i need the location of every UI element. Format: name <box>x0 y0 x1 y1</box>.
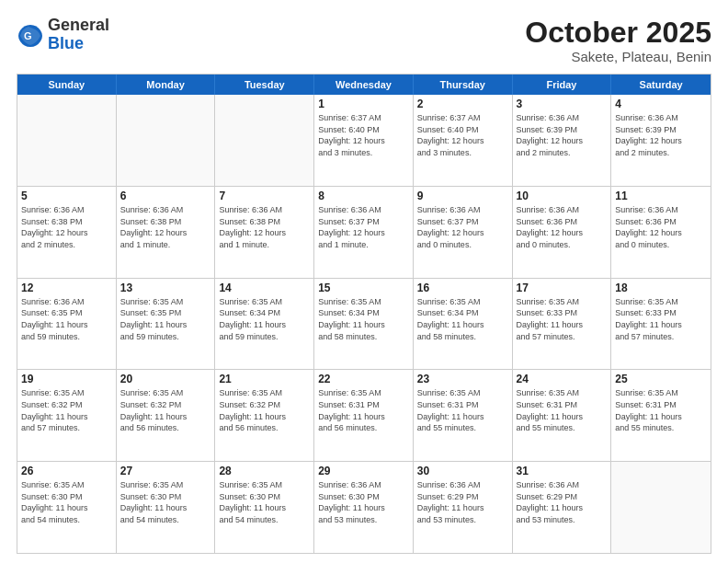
day-info: Sunrise: 6:36 AMSunset: 6:37 PMDaylight:… <box>318 204 409 250</box>
day-info: Sunrise: 6:36 AMSunset: 6:39 PMDaylight:… <box>615 112 707 158</box>
day-number: 1 <box>318 98 409 110</box>
day-number: 30 <box>417 465 508 477</box>
calendar-row-1: 1Sunrise: 6:37 AMSunset: 6:40 PMDaylight… <box>17 95 711 186</box>
day-info: Sunrise: 6:35 AMSunset: 6:35 PMDaylight:… <box>120 296 211 342</box>
day-number: 26 <box>21 465 112 477</box>
logo-general: General <box>48 16 109 34</box>
weekday-header-tuesday: Tuesday <box>215 75 314 95</box>
day-info: Sunrise: 6:37 AMSunset: 6:40 PMDaylight:… <box>318 112 409 158</box>
day-number: 6 <box>120 190 211 202</box>
day-info: Sunrise: 6:35 AMSunset: 6:34 PMDaylight:… <box>417 296 508 342</box>
day-number: 20 <box>120 373 211 385</box>
day-info: Sunrise: 6:35 AMSunset: 6:32 PMDaylight:… <box>120 387 211 433</box>
day-cell-25: 25Sunrise: 6:35 AMSunset: 6:31 PMDayligh… <box>611 370 711 461</box>
day-cell-27: 27Sunrise: 6:35 AMSunset: 6:30 PMDayligh… <box>117 462 216 553</box>
day-number: 31 <box>517 465 608 477</box>
day-number: 21 <box>219 373 310 385</box>
day-cell-9: 9Sunrise: 6:36 AMSunset: 6:37 PMDaylight… <box>414 187 513 278</box>
day-number: 7 <box>219 190 310 202</box>
day-cell-8: 8Sunrise: 6:36 AMSunset: 6:37 PMDaylight… <box>314 187 414 278</box>
day-cell-23: 23Sunrise: 6:35 AMSunset: 6:31 PMDayligh… <box>414 370 513 461</box>
day-info: Sunrise: 6:35 AMSunset: 6:30 PMDaylight:… <box>120 479 211 525</box>
day-cell-24: 24Sunrise: 6:35 AMSunset: 6:31 PMDayligh… <box>513 370 612 461</box>
day-info: Sunrise: 6:36 AMSunset: 6:38 PMDaylight:… <box>120 204 211 250</box>
day-cell-6: 6Sunrise: 6:36 AMSunset: 6:38 PMDaylight… <box>117 187 216 278</box>
logo-blue: Blue <box>48 34 84 52</box>
day-info: Sunrise: 6:35 AMSunset: 6:30 PMDaylight:… <box>21 479 112 525</box>
day-cell-26: 26Sunrise: 6:35 AMSunset: 6:30 PMDayligh… <box>17 462 117 553</box>
day-cell-4: 4Sunrise: 6:36 AMSunset: 6:39 PMDaylight… <box>611 95 711 186</box>
day-info: Sunrise: 6:37 AMSunset: 6:40 PMDaylight:… <box>417 112 508 158</box>
day-cell-22: 22Sunrise: 6:35 AMSunset: 6:31 PMDayligh… <box>314 370 414 461</box>
weekday-header-monday: Monday <box>117 75 216 95</box>
calendar-row-4: 19Sunrise: 6:35 AMSunset: 6:32 PMDayligh… <box>17 369 711 461</box>
day-info: Sunrise: 6:35 AMSunset: 6:33 PMDaylight:… <box>615 296 707 342</box>
day-cell-21: 21Sunrise: 6:35 AMSunset: 6:32 PMDayligh… <box>215 370 314 461</box>
day-number: 29 <box>318 465 409 477</box>
day-cell-30: 30Sunrise: 6:36 AMSunset: 6:29 PMDayligh… <box>414 462 513 553</box>
weekday-header-thursday: Thursday <box>414 75 513 95</box>
day-cell-2: 2Sunrise: 6:37 AMSunset: 6:40 PMDaylight… <box>414 95 513 186</box>
day-info: Sunrise: 6:36 AMSunset: 6:29 PMDaylight:… <box>517 479 608 525</box>
logo: G General Blue <box>17 17 109 53</box>
day-info: Sunrise: 6:35 AMSunset: 6:30 PMDaylight:… <box>219 479 310 525</box>
empty-cell <box>611 462 711 553</box>
day-cell-1: 1Sunrise: 6:37 AMSunset: 6:40 PMDaylight… <box>314 95 414 186</box>
empty-cell <box>215 95 314 186</box>
day-number: 13 <box>120 282 211 294</box>
weekday-header-wednesday: Wednesday <box>314 75 414 95</box>
calendar: SundayMondayTuesdayWednesdayThursdayFrid… <box>17 74 711 554</box>
day-info: Sunrise: 6:35 AMSunset: 6:32 PMDaylight:… <box>21 387 112 433</box>
day-number: 11 <box>615 190 707 202</box>
day-cell-20: 20Sunrise: 6:35 AMSunset: 6:32 PMDayligh… <box>117 370 216 461</box>
day-cell-5: 5Sunrise: 6:36 AMSunset: 6:38 PMDaylight… <box>17 187 117 278</box>
day-info: Sunrise: 6:36 AMSunset: 6:38 PMDaylight:… <box>21 204 112 250</box>
day-cell-29: 29Sunrise: 6:36 AMSunset: 6:30 PMDayligh… <box>314 462 414 553</box>
day-cell-3: 3Sunrise: 6:36 AMSunset: 6:39 PMDaylight… <box>513 95 612 186</box>
day-info: Sunrise: 6:36 AMSunset: 6:39 PMDaylight:… <box>517 112 608 158</box>
day-number: 28 <box>219 465 310 477</box>
empty-cell <box>17 95 117 186</box>
day-info: Sunrise: 6:36 AMSunset: 6:38 PMDaylight:… <box>219 204 310 250</box>
day-info: Sunrise: 6:35 AMSunset: 6:31 PMDaylight:… <box>517 387 608 433</box>
day-cell-28: 28Sunrise: 6:35 AMSunset: 6:30 PMDayligh… <box>215 462 314 553</box>
day-number: 8 <box>318 190 409 202</box>
day-number: 2 <box>417 98 508 110</box>
day-number: 9 <box>417 190 508 202</box>
day-cell-11: 11Sunrise: 6:36 AMSunset: 6:36 PMDayligh… <box>611 187 711 278</box>
title-block: October 2025 Sakete, Plateau, Benin <box>525 17 711 64</box>
day-number: 24 <box>517 373 608 385</box>
day-cell-16: 16Sunrise: 6:35 AMSunset: 6:34 PMDayligh… <box>414 279 513 370</box>
day-number: 15 <box>318 282 409 294</box>
day-info: Sunrise: 6:36 AMSunset: 6:30 PMDaylight:… <box>318 479 409 525</box>
calendar-header: SundayMondayTuesdayWednesdayThursdayFrid… <box>17 75 711 95</box>
day-cell-12: 12Sunrise: 6:36 AMSunset: 6:35 PMDayligh… <box>17 279 117 370</box>
day-cell-31: 31Sunrise: 6:36 AMSunset: 6:29 PMDayligh… <box>513 462 612 553</box>
day-number: 19 <box>21 373 112 385</box>
day-info: Sunrise: 6:35 AMSunset: 6:32 PMDaylight:… <box>219 387 310 433</box>
logo-text: General Blue <box>48 17 109 53</box>
day-info: Sunrise: 6:36 AMSunset: 6:36 PMDaylight:… <box>615 204 707 250</box>
day-number: 4 <box>615 98 707 110</box>
day-number: 23 <box>417 373 508 385</box>
day-number: 10 <box>517 190 608 202</box>
weekday-header-sunday: Sunday <box>17 75 117 95</box>
day-number: 12 <box>21 282 112 294</box>
day-number: 17 <box>517 282 608 294</box>
day-info: Sunrise: 6:35 AMSunset: 6:34 PMDaylight:… <box>219 296 310 342</box>
day-cell-17: 17Sunrise: 6:35 AMSunset: 6:33 PMDayligh… <box>513 279 612 370</box>
day-info: Sunrise: 6:35 AMSunset: 6:31 PMDaylight:… <box>318 387 409 433</box>
day-number: 18 <box>615 282 707 294</box>
day-number: 3 <box>517 98 608 110</box>
calendar-row-5: 26Sunrise: 6:35 AMSunset: 6:30 PMDayligh… <box>17 461 711 553</box>
day-number: 22 <box>318 373 409 385</box>
day-info: Sunrise: 6:36 AMSunset: 6:35 PMDaylight:… <box>21 296 112 342</box>
day-info: Sunrise: 6:35 AMSunset: 6:31 PMDaylight:… <box>615 387 707 433</box>
day-cell-10: 10Sunrise: 6:36 AMSunset: 6:36 PMDayligh… <box>513 187 612 278</box>
day-cell-19: 19Sunrise: 6:35 AMSunset: 6:32 PMDayligh… <box>17 370 117 461</box>
day-info: Sunrise: 6:35 AMSunset: 6:33 PMDaylight:… <box>517 296 608 342</box>
day-number: 27 <box>120 465 211 477</box>
location: Sakete, Plateau, Benin <box>525 49 711 64</box>
calendar-body: 1Sunrise: 6:37 AMSunset: 6:40 PMDaylight… <box>17 95 711 553</box>
day-cell-15: 15Sunrise: 6:35 AMSunset: 6:34 PMDayligh… <box>314 279 414 370</box>
